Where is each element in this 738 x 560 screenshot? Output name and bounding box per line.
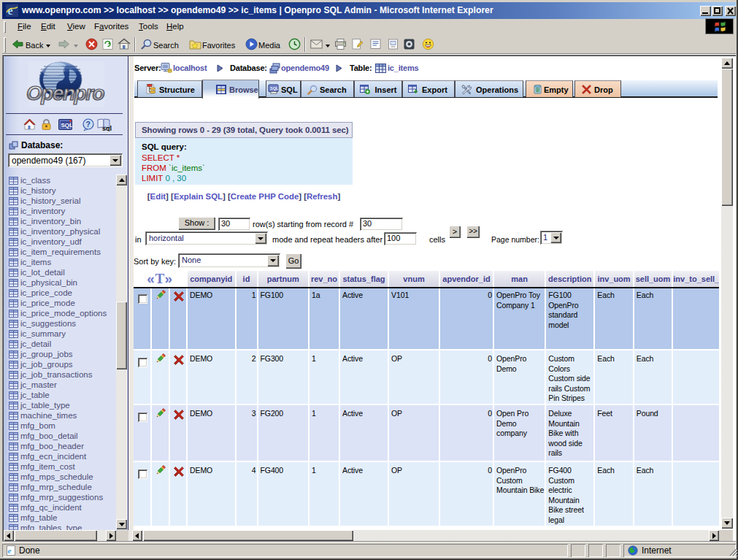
svg-text:?: ?	[86, 120, 91, 129]
svg-text:SQL: SQL	[270, 86, 279, 91]
svg-text:e: e	[8, 546, 12, 555]
svg-text:sql: sql	[102, 125, 112, 131]
svg-text:Openpro: Openpro	[26, 82, 105, 104]
svg-text:SQL: SQL	[61, 122, 73, 129]
